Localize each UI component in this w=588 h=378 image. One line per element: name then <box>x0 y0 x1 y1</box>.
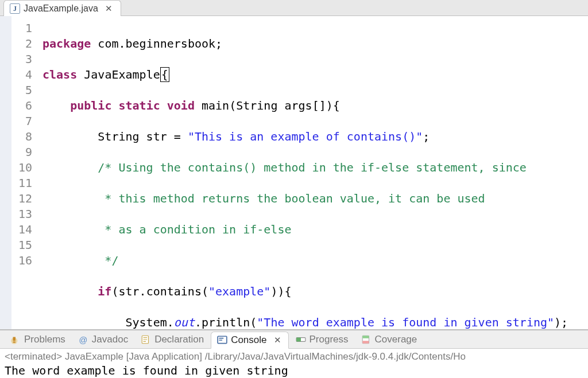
line-number: 11 <box>11 176 32 191</box>
view-tab-coverage[interactable]: Coverage <box>355 332 423 348</box>
line-number: 1 <box>11 21 32 36</box>
close-icon[interactable]: ✕ <box>273 335 283 345</box>
token-static: out <box>174 315 195 329</box>
javadoc-icon: @ <box>78 334 88 345</box>
editor-tab-javaexample[interactable]: J JavaExample.java ✕ <box>3 0 121 16</box>
token-type: String <box>98 130 139 143</box>
svg-rect-9 <box>362 336 369 339</box>
line-number: 15 <box>11 237 32 253</box>
editor-tabbar: J JavaExample.java ✕ <box>0 0 588 16</box>
token-keyword: void <box>167 99 195 112</box>
java-file-icon: J <box>10 3 20 14</box>
declaration-icon <box>141 334 151 345</box>
token-keyword: class <box>42 68 77 81</box>
line-number: 6 <box>11 98 32 114</box>
line-number: 4 <box>11 67 32 83</box>
progress-icon <box>296 334 306 345</box>
token-ident: System. <box>126 315 174 329</box>
view-tab-label: Javadoc <box>92 334 128 345</box>
console-output: The word example is found in given strin… <box>5 363 583 377</box>
view-tab-progress[interactable]: Progress <box>290 332 354 348</box>
console-icon <box>217 335 227 345</box>
line-number: 10 <box>11 160 32 176</box>
token-signature: (String args[]){ <box>229 99 340 112</box>
line-number: 8 <box>11 129 32 145</box>
token-comment: * this method returns the boolean value,… <box>98 192 485 205</box>
view-tab-declaration[interactable]: Declaration <box>135 332 210 348</box>
token-string: "The word example is found in given stri… <box>257 315 554 329</box>
svg-rect-10 <box>362 341 369 344</box>
close-icon[interactable]: ✕ <box>104 3 114 14</box>
token-comment: */ <box>98 254 118 267</box>
token-keyword: package <box>42 37 91 50</box>
view-tab-label: Problems <box>24 334 65 345</box>
token-method: main <box>202 99 229 112</box>
line-number: 9 <box>11 145 32 160</box>
code-body[interactable]: package com.beginnersbook; class JavaExa… <box>38 16 588 329</box>
token-punct: ); <box>554 315 568 329</box>
view-tab-problems[interactable]: Problems <box>5 332 71 348</box>
view-tab-label: Console <box>231 334 266 346</box>
svg-rect-1 <box>13 337 16 341</box>
token-keyword: if <box>98 285 111 298</box>
view-tab-javadoc[interactable]: @ Javadoc <box>72 332 134 348</box>
token-var: str = <box>140 130 188 143</box>
svg-rect-2 <box>13 342 16 343</box>
line-number: 16 <box>11 253 32 268</box>
token-punct: ; <box>215 37 222 50</box>
line-number: 14 <box>11 222 32 237</box>
token-classname: JavaExample <box>84 68 160 81</box>
line-number: 12 <box>11 191 32 206</box>
token-comment: * as a condition in if-else <box>98 223 291 236</box>
line-number: 2 <box>11 36 32 52</box>
view-tab-console[interactable]: Console ✕ <box>211 332 288 349</box>
editor-ruler <box>0 16 11 329</box>
token-brace: { <box>160 67 169 82</box>
token-string: "This is an example of contains()" <box>188 130 423 143</box>
token-punct: )){ <box>270 285 291 298</box>
token-ident: .println( <box>195 315 257 329</box>
token-punct: (str.contains( <box>111 285 208 298</box>
token-keyword: static <box>118 99 160 112</box>
line-number: 3 <box>11 52 32 67</box>
view-tab-label: Coverage <box>375 334 417 345</box>
token-comment: /* Using the contains() method in the if… <box>98 161 527 174</box>
token-string: "example" <box>208 285 270 298</box>
views-tabbar: Problems @ Javadoc Declaration Console ✕… <box>0 330 588 349</box>
view-tab-label: Declaration <box>154 334 204 345</box>
code-editor: 1 2 3 4 5 6 7 8 9 10 11 12 13 14 15 16 p… <box>0 16 588 330</box>
problems-icon <box>10 334 21 345</box>
svg-text:@: @ <box>79 336 87 345</box>
console-view: <terminated> JavaExample [Java Applicati… <box>0 349 588 378</box>
token-punct: ; <box>423 130 430 143</box>
token-package: com.beginnersbook <box>98 37 215 50</box>
line-number: 5 <box>11 83 32 98</box>
coverage-icon <box>361 334 372 345</box>
view-tab-label: Progress <box>310 334 349 345</box>
line-number: 13 <box>11 206 32 222</box>
line-number: 7 <box>11 114 32 129</box>
editor-tab-label: JavaExample.java <box>24 3 98 14</box>
svg-rect-7 <box>296 338 301 342</box>
token-keyword: public <box>70 99 111 112</box>
console-status: <terminated> JavaExample [Java Applicati… <box>5 351 583 363</box>
line-gutter: 1 2 3 4 5 6 7 8 9 10 11 12 13 14 15 16 <box>11 16 38 329</box>
